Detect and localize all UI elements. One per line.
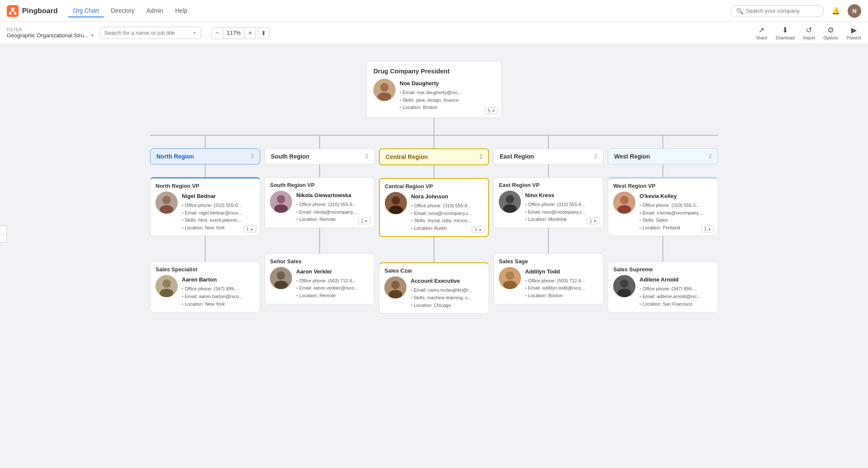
name-search-input[interactable] bbox=[104, 30, 190, 36]
central-lower-email: Email: carey.mclaughlin@r... bbox=[411, 287, 484, 294]
import-label: Import bbox=[803, 36, 815, 40]
company-search-box[interactable]: 🔍 bbox=[731, 5, 824, 17]
download-action[interactable]: ⬇ Download bbox=[776, 25, 794, 40]
north-lower-location: Location: New York bbox=[182, 301, 255, 308]
share-icon: ↗ bbox=[758, 25, 765, 35]
download-icon: ⬇ bbox=[782, 25, 788, 35]
south-lower-name: Aaron Verkler bbox=[296, 267, 369, 276]
east-region-count: 2 bbox=[594, 153, 597, 159]
logo-text: Pingboard bbox=[22, 7, 58, 15]
svg-point-28 bbox=[506, 195, 514, 203]
south-lower-email: Email: aaron.verkler@rxco... bbox=[296, 284, 369, 292]
east-lower-card[interactable]: Sales Sage Addilyn Todd Office phone: (5… bbox=[493, 254, 604, 304]
nav-help[interactable]: Help bbox=[170, 5, 192, 17]
top-nav: Pingboard Org Chart Directory Admin Help… bbox=[0, 0, 868, 22]
central-vp-badge[interactable]: 1 ▲ bbox=[472, 226, 485, 233]
svg-point-17 bbox=[274, 204, 288, 213]
west-lower-person: Adilene Arnold Office phone: (347) 899-.… bbox=[613, 275, 712, 308]
east-lower-title: Sales Sage bbox=[499, 258, 598, 265]
east-branch: East Region 2 East Region VP bbox=[493, 136, 604, 314]
north-lower-card[interactable]: Sales Specialist Aaren Barton Office pho… bbox=[150, 262, 260, 312]
north-vp-avatar bbox=[156, 192, 178, 214]
root-name: Noe Daugherty bbox=[400, 79, 495, 88]
root-expand-badge[interactable]: 5 ▲ bbox=[485, 107, 498, 114]
logo[interactable]: Pingboard bbox=[7, 5, 58, 17]
east-vp-avatar bbox=[499, 191, 521, 213]
south-vp-card[interactable]: South Region VP Nikola Giewartowska Offi… bbox=[264, 177, 375, 228]
svg-point-38 bbox=[618, 289, 631, 297]
zoom-controls: − 117% + ⬆ bbox=[211, 27, 270, 39]
share-label: Share bbox=[756, 36, 768, 40]
south-vp-badge[interactable]: 1 ▲ bbox=[358, 217, 371, 224]
south-vp-person: Nikola Giewartowska Office phone: (310) … bbox=[270, 191, 369, 223]
east-vp-phone: Office phone: (310) 555-9... bbox=[525, 201, 598, 209]
north-vp-name: Nigel Bednar bbox=[182, 192, 255, 201]
central-region-header[interactable]: Central Region 2 bbox=[379, 148, 489, 165]
north-vp-phone: Office phone: (310) 555-0... bbox=[182, 202, 255, 209]
central-lower-location: Location: Chicago bbox=[411, 302, 484, 309]
share-action[interactable]: ↗ Share bbox=[756, 25, 768, 40]
svg-point-11 bbox=[160, 205, 173, 214]
filter-select[interactable]: Geographic Organizational Stru... ▼ bbox=[7, 32, 95, 39]
options-action[interactable]: ⚙ Options bbox=[823, 25, 838, 40]
chevron-down-icon-search: ▼ bbox=[192, 31, 197, 35]
root-info: Noe Daugherty Email: noe.daugherty@rxc..… bbox=[400, 79, 495, 111]
east-region-header[interactable]: East Region 2 bbox=[493, 148, 604, 164]
east-vp-card[interactable]: East Region VP Nino Kress Office phone: … bbox=[493, 177, 604, 228]
nav-links: Org Chart Directory Admin Help bbox=[68, 5, 192, 17]
west-vp-card[interactable]: West Region VP O'kevia Kelley Office pho… bbox=[608, 177, 718, 236]
name-search-box[interactable]: ▼ bbox=[100, 27, 201, 39]
sidebar-toggle-button[interactable]: › bbox=[0, 226, 7, 242]
root-person: Noe Daugherty Email: noe.daugherty@rxc..… bbox=[373, 79, 495, 111]
root-card[interactable]: Drug Company President Noe Daugherty Ema… bbox=[366, 61, 502, 118]
west-vp-badge[interactable]: 1 ▲ bbox=[701, 226, 714, 232]
east-lower-location: Location: Boston bbox=[525, 292, 598, 300]
present-action[interactable]: ▶ Present bbox=[847, 25, 861, 40]
south-region-header[interactable]: South Region 2 bbox=[264, 148, 375, 164]
svg-point-10 bbox=[162, 196, 171, 204]
west-region-header[interactable]: West Region 2 bbox=[608, 148, 718, 164]
central-vp-card[interactable]: Central Region VP Nora Johnson Office ph… bbox=[379, 178, 489, 237]
central-lower-title: Sales Czar bbox=[384, 267, 484, 274]
central-lower-card[interactable]: Sales Czar Account Executive Email: care… bbox=[379, 262, 489, 314]
central-lower-skills: Skills: machine learning, c... bbox=[411, 294, 484, 302]
nav-admin[interactable]: Admin bbox=[142, 5, 169, 17]
zoom-in-button[interactable]: + bbox=[244, 27, 256, 39]
root-avatar bbox=[373, 79, 395, 101]
notifications-button[interactable]: 🔔 bbox=[829, 4, 843, 18]
company-search-input[interactable] bbox=[746, 8, 818, 14]
south-vp-avatar bbox=[270, 191, 292, 213]
central-branch: Central Region 2 Central Region VP bbox=[379, 136, 489, 314]
west-lower-card[interactable]: Sales Supreme Adilene Arnold Office phon… bbox=[608, 262, 718, 312]
svg-point-25 bbox=[391, 281, 400, 289]
north-vp-badge[interactable]: 1 ▲ bbox=[243, 226, 256, 232]
root-row: Drug Company President Noe Daugherty Ema… bbox=[8, 61, 860, 314]
drop-cols: North Region 2 North Region VP bbox=[150, 136, 718, 314]
north-vp-card[interactable]: North Region VP Nigel Bednar Office phon… bbox=[150, 177, 260, 236]
south-lower-location: Location: Remote bbox=[296, 292, 369, 300]
west-region-title: West Region bbox=[614, 153, 650, 160]
user-avatar[interactable]: N bbox=[848, 4, 861, 18]
east-lower-avatar bbox=[499, 267, 521, 289]
north-region-header[interactable]: North Region 2 bbox=[150, 148, 260, 164]
south-region-count: 2 bbox=[365, 153, 368, 159]
central-vp-skills: Skills: mysql, ruby, micros... bbox=[411, 217, 483, 225]
east-vp-badge[interactable]: 1 ▲ bbox=[587, 217, 600, 224]
zoom-out-button[interactable]: − bbox=[211, 27, 223, 39]
west-vp-skills: Skills: Sales bbox=[640, 217, 712, 224]
west-vp-avatar bbox=[613, 192, 635, 214]
import-icon: ↺ bbox=[806, 25, 812, 35]
filter-label: FILTER bbox=[7, 28, 95, 32]
svg-point-31 bbox=[506, 271, 514, 280]
import-action[interactable]: ↺ Import bbox=[803, 25, 815, 40]
south-lower-card[interactable]: Señor Sales Aaron Verkler Office phone: … bbox=[264, 254, 375, 304]
collapse-button[interactable]: ⬆ bbox=[258, 27, 270, 39]
chevron-up-icon: ▲ bbox=[250, 227, 253, 231]
south-lower-person: Aaron Verkler Office phone: (503) 712-6.… bbox=[270, 267, 369, 300]
svg-point-3 bbox=[14, 12, 17, 15]
west-vp-title: West Region VP bbox=[613, 183, 712, 189]
east-lower-info: Addilyn Todd Office phone: (503) 712-9..… bbox=[525, 267, 598, 300]
central-vp-title: Central Region VP bbox=[385, 183, 483, 189]
nav-org-chart[interactable]: Org Chart bbox=[68, 5, 104, 17]
nav-directory[interactable]: Directory bbox=[106, 5, 140, 17]
